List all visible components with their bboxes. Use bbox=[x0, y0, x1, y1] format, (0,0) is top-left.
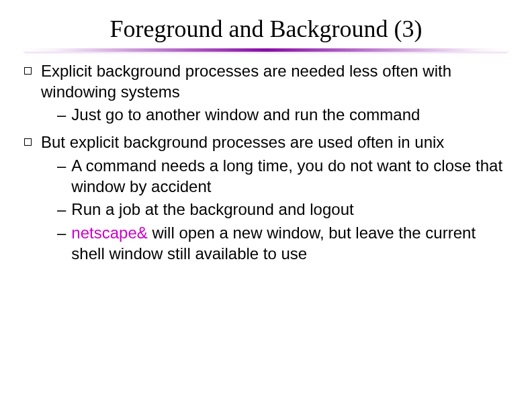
bullet-item: Explicit background processes are needed… bbox=[24, 61, 508, 126]
dash-icon: – bbox=[57, 156, 66, 177]
sub-text: A command needs a long time, you do not … bbox=[71, 156, 508, 197]
dash-icon: – bbox=[57, 199, 66, 220]
sub-text: Just go to another window and run the co… bbox=[71, 105, 420, 126]
slide-title: Foreground and Background (3) bbox=[0, 0, 532, 48]
sub-item: – A command needs a long time, you do no… bbox=[41, 156, 508, 197]
sub-item: – Run a job at the background and logout bbox=[41, 199, 508, 220]
square-bullet-icon bbox=[24, 138, 32, 146]
slide-content: Explicit background processes are needed… bbox=[0, 61, 532, 264]
square-bullet-icon bbox=[24, 67, 32, 75]
bullet-body: Explicit background processes are needed… bbox=[41, 61, 508, 126]
bullet-text: Explicit background processes are needed… bbox=[41, 62, 451, 101]
bullet-text: But explicit background processes are us… bbox=[41, 133, 444, 151]
bullet-body: But explicit background processes are us… bbox=[41, 132, 508, 264]
sub-item: – netscape& will open a new window, but … bbox=[41, 223, 508, 264]
sub-item: – Just go to another window and run the … bbox=[41, 105, 508, 126]
dash-icon: – bbox=[57, 223, 66, 244]
bullet-item: But explicit background processes are us… bbox=[24, 132, 508, 264]
dash-icon: – bbox=[57, 105, 66, 126]
command-text: netscape& bbox=[71, 224, 147, 242]
sub-text: Run a job at the background and logout bbox=[71, 199, 353, 220]
gradient-bar bbox=[24, 48, 508, 52]
sub-text: netscape& will open a new window, but le… bbox=[71, 223, 508, 264]
title-underline bbox=[24, 48, 508, 52]
